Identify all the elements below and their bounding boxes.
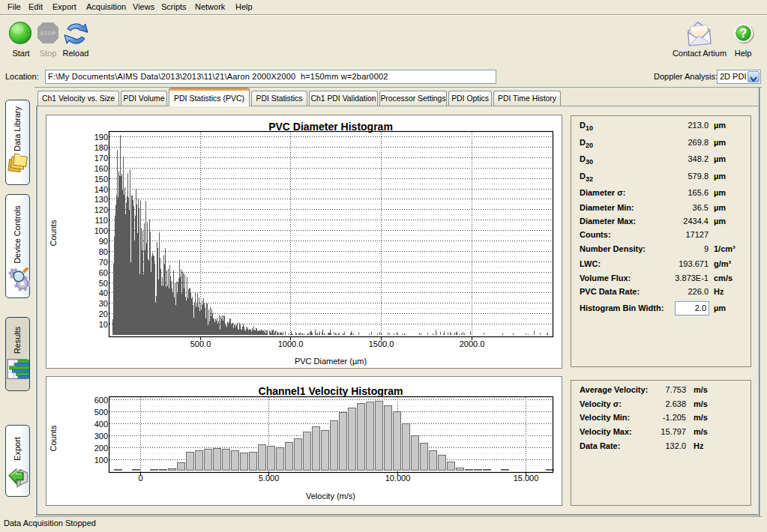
svg-text:40: 40 [99,288,108,297]
svg-text:50: 50 [99,279,108,288]
svg-text:60: 60 [99,268,108,277]
svg-text:100: 100 [94,456,108,465]
svg-text:100: 100 [94,226,108,235]
svg-text:120: 120 [94,205,108,214]
svg-text:10.000: 10.000 [385,474,411,483]
svg-text:10: 10 [99,320,108,329]
svg-text:600: 600 [94,396,108,405]
svg-text:Channel1 Velocity Histogram: Channel1 Velocity Histogram [259,385,403,397]
svg-text:180: 180 [94,143,108,152]
svg-text:500: 500 [94,408,108,417]
svg-text:500.0: 500.0 [190,339,211,348]
svg-text:1000.0: 1000.0 [278,339,304,348]
svg-text:170: 170 [94,154,108,163]
svg-text:150: 150 [94,175,108,184]
svg-text:Velocity (m/s): Velocity (m/s) [306,492,355,501]
svg-text:5.000: 5.000 [259,474,280,483]
svg-text:90: 90 [99,237,108,246]
svg-text:300: 300 [94,432,108,441]
svg-text:15.000: 15.000 [514,474,539,483]
svg-text:160: 160 [94,164,108,173]
svg-text:30: 30 [99,299,108,308]
svg-text:110: 110 [94,216,108,225]
svg-text:PVC Diameter Histogram: PVC Diameter Histogram [268,121,393,133]
svg-text:PVC Diameter (µm): PVC Diameter (µm) [295,357,367,366]
svg-text:1500.0: 1500.0 [369,339,394,348]
svg-text:Counts: Counts [49,425,58,451]
svg-text:2000.0: 2000.0 [460,339,485,348]
svg-text:Counts: Counts [49,220,58,246]
svg-text:0: 0 [138,474,142,483]
svg-text:140: 140 [94,185,108,194]
svg-text:130: 130 [94,195,108,204]
svg-text:200: 200 [94,444,108,453]
svg-text:20: 20 [99,309,108,318]
svg-text:400: 400 [94,420,108,429]
svg-text:70: 70 [99,258,108,267]
svg-text:190: 190 [94,133,108,142]
svg-text:80: 80 [99,247,108,256]
